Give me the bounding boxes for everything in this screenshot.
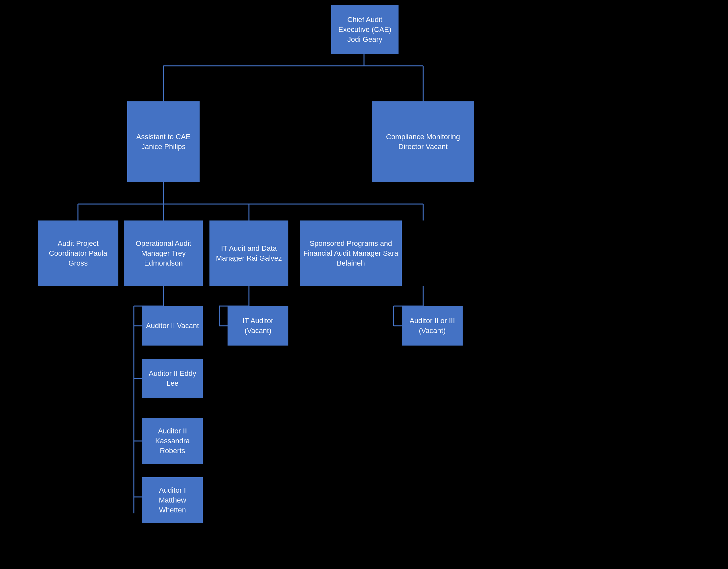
sponsored-programs-mgr-node: Sponsored Programs and Financial Audit M… — [300, 220, 402, 286]
sponsored-programs-mgr-label: Sponsored Programs and Financial Audit M… — [303, 238, 399, 268]
audit-project-coord-node: Audit Project Coordinator Paula Gross — [38, 220, 118, 286]
auditor-ii-vacant-node: Auditor II Vacant — [142, 306, 203, 346]
auditor-ii-vacant-label: Auditor II Vacant — [146, 321, 199, 331]
compliance-director-node: Compliance Monitoring Director Vacant — [372, 101, 474, 182]
it-auditor-vacant-label: IT Auditor (Vacant) — [231, 316, 285, 335]
assistant-cae-label: Assistant to CAE Janice Philips — [131, 132, 196, 151]
audit-project-coord-label: Audit Project Coordinator Paula Gross — [41, 238, 115, 268]
auditor-ii-eddy-node: Auditor II Eddy Lee — [142, 359, 203, 398]
it-audit-mgr-label: IT Audit and Data Manager Rai Galvez — [213, 243, 285, 263]
compliance-director-label: Compliance Monitoring Director Vacant — [375, 132, 471, 151]
auditor-ii-kassandra-node: Auditor II Kassandra Roberts — [142, 418, 203, 464]
operational-audit-mgr-label: Operational Audit Manager Trey Edmondson — [127, 238, 200, 268]
assistant-cae-node: Assistant to CAE Janice Philips — [127, 101, 200, 182]
auditor-ii-kassandra-label: Auditor II Kassandra Roberts — [145, 426, 200, 456]
it-auditor-vacant-node: IT Auditor (Vacant) — [228, 306, 288, 346]
operational-audit-mgr-node: Operational Audit Manager Trey Edmondson — [124, 220, 203, 286]
auditor-ii-eddy-label: Auditor II Eddy Lee — [145, 369, 200, 388]
cae-node: Chief Audit Executive (CAE) Jodi Geary — [331, 5, 399, 54]
auditor-i-matthew-node: Auditor I Matthew Whetten — [142, 477, 203, 523]
auditor-ii-iii-vacant-label: Auditor II or III (Vacant) — [405, 316, 459, 335]
auditor-ii-iii-vacant-node: Auditor II or III (Vacant) — [402, 306, 463, 346]
auditor-i-matthew-label: Auditor I Matthew Whetten — [145, 485, 200, 515]
it-audit-mgr-node: IT Audit and Data Manager Rai Galvez — [209, 220, 288, 286]
cae-label: Chief Audit Executive (CAE) Jodi Geary — [334, 15, 395, 44]
org-chart: Chief Audit Executive (CAE) Jodi Geary A… — [0, 0, 728, 569]
